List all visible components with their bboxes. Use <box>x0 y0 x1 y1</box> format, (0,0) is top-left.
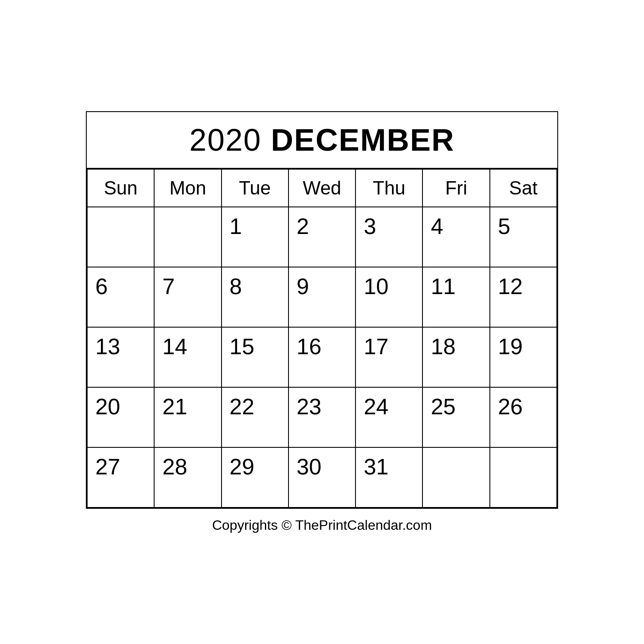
copyright-text: Copyrights © ThePrintCalendar.com <box>212 517 432 533</box>
calendar-week-row: 20212223242526 <box>87 387 557 447</box>
header-tue: Tue <box>222 169 289 207</box>
calendar-day: 25 <box>422 387 489 447</box>
header-thu: Thu <box>355 169 422 207</box>
calendar-day: 11 <box>422 267 489 327</box>
calendar-week-row: 2728293031 <box>87 447 557 507</box>
calendar-day: 30 <box>289 447 355 507</box>
header-sat: Sat <box>490 169 557 207</box>
calendar-day: 13 <box>87 327 154 387</box>
calendar-week-row: 12345 <box>87 207 557 267</box>
calendar-day: 19 <box>490 327 557 387</box>
calendar-day: 27 <box>87 447 154 507</box>
calendar-empty-day <box>490 447 557 507</box>
calendar-day: 17 <box>355 327 422 387</box>
calendar-day: 23 <box>289 387 355 447</box>
calendar-day: 10 <box>355 267 422 327</box>
calendar-day: 8 <box>222 267 289 327</box>
calendar-day: 9 <box>289 267 355 327</box>
calendar-container: 2020 DECEMBER Sun Mon Tue Wed Thu Fri Sa… <box>86 111 558 509</box>
calendar-body: 1234567891011121314151617181920212223242… <box>87 207 557 507</box>
header-mon: Mon <box>154 169 221 207</box>
calendar-year: 2020 <box>189 123 261 157</box>
calendar-day: 3 <box>355 207 422 267</box>
calendar-day: 21 <box>154 387 221 447</box>
calendar-day: 2 <box>289 207 355 267</box>
calendar-empty-day <box>422 447 489 507</box>
calendar-day: 1 <box>222 207 289 267</box>
days-header-row: Sun Mon Tue Wed Thu Fri Sat <box>87 169 557 207</box>
calendar-day: 28 <box>154 447 221 507</box>
calendar-day: 16 <box>289 327 355 387</box>
calendar-day: 20 <box>87 387 154 447</box>
calendar-title: 2020 DECEMBER <box>87 112 557 169</box>
header-fri: Fri <box>422 169 489 207</box>
calendar-day: 29 <box>222 447 289 507</box>
calendar-day: 18 <box>422 327 489 387</box>
calendar-day: 15 <box>222 327 289 387</box>
calendar-day: 5 <box>490 207 557 267</box>
calendar-wrapper: 2020 DECEMBER Sun Mon Tue Wed Thu Fri Sa… <box>86 111 558 533</box>
calendar-month: DECEMBER <box>271 123 455 157</box>
header-wed: Wed <box>289 169 355 207</box>
calendar-empty-day <box>154 207 221 267</box>
header-sun: Sun <box>87 169 154 207</box>
calendar-day: 4 <box>422 207 489 267</box>
calendar-day: 26 <box>490 387 557 447</box>
calendar-day: 22 <box>222 387 289 447</box>
calendar-day: 12 <box>490 267 557 327</box>
calendar-day: 7 <box>154 267 221 327</box>
calendar-grid: Sun Mon Tue Wed Thu Fri Sat 123456789101… <box>87 169 557 508</box>
calendar-day: 6 <box>87 267 154 327</box>
calendar-day: 14 <box>154 327 221 387</box>
calendar-week-row: 13141516171819 <box>87 327 557 387</box>
calendar-empty-day <box>87 207 154 267</box>
calendar-day: 31 <box>355 447 422 507</box>
calendar-day: 24 <box>355 387 422 447</box>
calendar-week-row: 6789101112 <box>87 267 557 327</box>
